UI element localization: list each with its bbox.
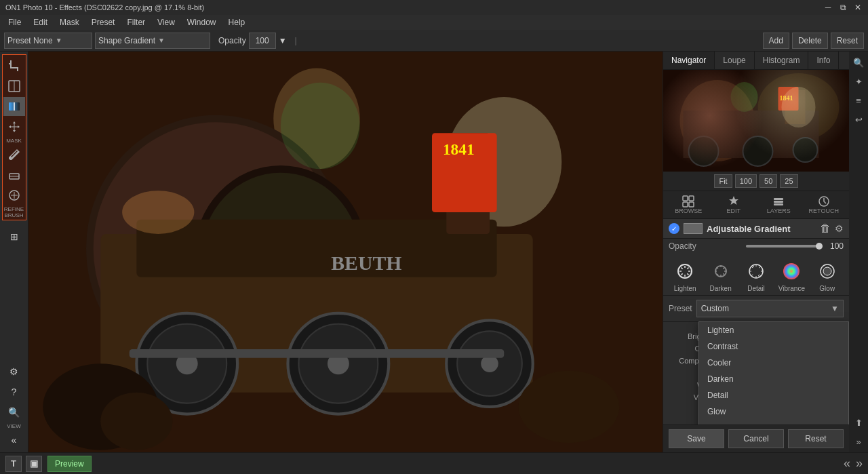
preview-button[interactable]: Preview (47, 456, 92, 472)
dropdown-item-lighten[interactable]: Lighten (699, 322, 848, 338)
tab-info[interactable]: Info (808, 52, 839, 69)
right-reset-button[interactable]: Reset (788, 429, 844, 448)
opacity-input[interactable] (249, 33, 276, 49)
app-title: ON1 Photo 10 - Effects (DSC02622 copy.jp… (5, 3, 204, 12)
menu-view[interactable]: View (152, 16, 180, 28)
minimize-button[interactable]: ─ (823, 3, 833, 12)
svg-rect-50 (689, 196, 694, 201)
preset-selector[interactable]: Preset None ▼ (4, 33, 92, 49)
square-tool-btn[interactable]: ▣ (26, 456, 42, 472)
zoom-fit-btn[interactable]: Fit (714, 174, 732, 188)
menu-mask[interactable]: Mask (54, 16, 85, 28)
effect-lighten-btn[interactable]: Lighten (670, 259, 700, 292)
zoom-50-btn[interactable]: 50 (760, 174, 777, 188)
re-layers-btn[interactable]: ≡ (850, 92, 867, 108)
help-tool[interactable]: ? (3, 382, 25, 401)
bottom-toolbar: T ▣ Preview « » (0, 452, 868, 474)
layers-button[interactable]: LAYERS (768, 194, 789, 216)
ag-opacity-slider[interactable] (746, 245, 819, 248)
vibrance-icon (779, 259, 804, 283)
dropdown-item-glow[interactable]: Glow (699, 403, 848, 420)
effect-detail-btn[interactable]: Detail (741, 259, 771, 292)
zoom-100-btn[interactable]: 100 (735, 174, 757, 188)
brush-tool[interactable] (3, 145, 25, 164)
svg-rect-52 (689, 202, 694, 207)
re-search-btn[interactable]: 🔍 (850, 54, 867, 71)
close-button[interactable]: ✕ (853, 3, 863, 12)
effects-button[interactable]: RETOUCH (813, 194, 835, 216)
enhance-button[interactable]: EDIT (723, 194, 745, 216)
ag-opacity-value: 100 (823, 241, 844, 251)
dropdown-item-detail[interactable]: Detail (699, 387, 848, 403)
tab-histogram[interactable]: Histogram (755, 52, 809, 69)
menu-window[interactable]: Window (182, 16, 222, 28)
maximize-button[interactable]: ⧉ (838, 3, 848, 12)
nav-right-btn[interactable]: » (856, 456, 863, 471)
adjustable-gradient-section: ✓ Adjustable Gradient 🗑 ⚙ Opacity 100 (663, 219, 849, 424)
move-tool[interactable] (3, 117, 25, 136)
reset-button[interactable]: Reset (831, 33, 864, 49)
erase-tool[interactable] (3, 165, 25, 184)
tab-loupe[interactable]: Loupe (715, 52, 754, 69)
clone-tool[interactable] (3, 186, 25, 205)
re-undo-btn[interactable]: ↩ (850, 111, 867, 127)
add-button[interactable]: Add (763, 33, 789, 49)
preset-dropdown-arrow: ▼ (831, 304, 839, 313)
effect-arrow-icon: ▼ (158, 37, 165, 44)
darken-icon (709, 259, 733, 283)
main-toolbar: Preset None ▼ Shape Gradient ▼ Opacity ▼… (0, 30, 868, 52)
ag-color-swatch[interactable] (684, 223, 703, 234)
title-bar: ON1 Photo 10 - Effects (DSC02622 copy.jp… (0, 0, 868, 15)
zoom-25-btn[interactable]: 25 (780, 174, 797, 188)
settings-tool[interactable]: ⚙ (3, 362, 25, 381)
menu-help[interactable]: Help (223, 16, 251, 28)
preset-dropdown[interactable]: Custom ▼ (696, 300, 844, 317)
nav-left-btn[interactable]: « (844, 456, 850, 471)
text-tool-btn[interactable]: T (5, 456, 22, 472)
transform-tool[interactable] (3, 77, 25, 96)
menu-file[interactable]: File (3, 16, 26, 28)
dropdown-item-punch[interactable]: Punch (699, 420, 848, 424)
effect-selector[interactable]: Shape Gradient ▼ (95, 33, 210, 49)
effect-vibrance-btn[interactable]: Vibrance (776, 259, 806, 292)
dropdown-item-cooler[interactable]: Cooler (699, 355, 848, 371)
effect-glow-btn[interactable]: Glow (812, 259, 842, 292)
ag-delete-button[interactable]: 🗑 (820, 223, 831, 234)
right-extra-panel: 🔍 ✦ ≡ ↩ ⬆ » (849, 52, 868, 452)
preset-dropdown-menu: Lighten Contrast Cooler Darken Detail Gl… (698, 321, 849, 424)
svg-point-62 (823, 267, 831, 275)
preset-arrow-icon: ▼ (56, 37, 62, 44)
dropdown-item-contrast[interactable]: Contrast (699, 338, 848, 355)
zoom-tool[interactable]: 🔍 (3, 403, 25, 422)
delete-button[interactable]: Delete (792, 33, 828, 49)
browse-button[interactable]: BROWSE (677, 194, 699, 216)
window-controls: ─ ⧉ ✕ (823, 3, 863, 12)
cancel-button[interactable]: Cancel (728, 429, 784, 448)
menu-edit[interactable]: Edit (28, 16, 53, 28)
save-button[interactable]: Save (669, 429, 724, 448)
effect-darken-btn[interactable]: Darken (706, 259, 736, 292)
crop-tool[interactable] (3, 56, 25, 75)
layers-label: LAYERS (767, 208, 791, 214)
ag-enable-checkbox[interactable]: ✓ (669, 223, 679, 234)
dropdown-item-darken[interactable]: Darken (699, 371, 848, 387)
re-star-btn[interactable]: ✦ (850, 73, 867, 90)
menu-preset[interactable]: Preset (86, 16, 121, 28)
lighten-label: Lighten (674, 285, 696, 292)
refine-label: REFINE BRUSH (2, 206, 26, 218)
menu-bar: File Edit Mask Preset Filter View Window… (0, 15, 868, 30)
extra-tool[interactable]: ⊞ (3, 227, 25, 246)
ag-settings-button[interactable]: ⚙ (835, 223, 844, 234)
opacity-control: Opacity ▼ (218, 33, 287, 49)
detail-icon (744, 259, 768, 283)
menu-filter[interactable]: Filter (121, 16, 151, 28)
svg-point-36 (519, 371, 620, 443)
gradient-tool[interactable] (3, 97, 25, 116)
re-expand-btn[interactable]: » (850, 433, 867, 450)
tab-navigator[interactable]: Navigator (663, 52, 715, 69)
nav-left-tool[interactable]: « (3, 431, 25, 450)
lighten-icon (673, 259, 697, 283)
preset-current-value: Custom (701, 304, 729, 313)
re-share-btn[interactable]: ⬆ (850, 414, 867, 431)
svg-rect-49 (683, 196, 688, 201)
